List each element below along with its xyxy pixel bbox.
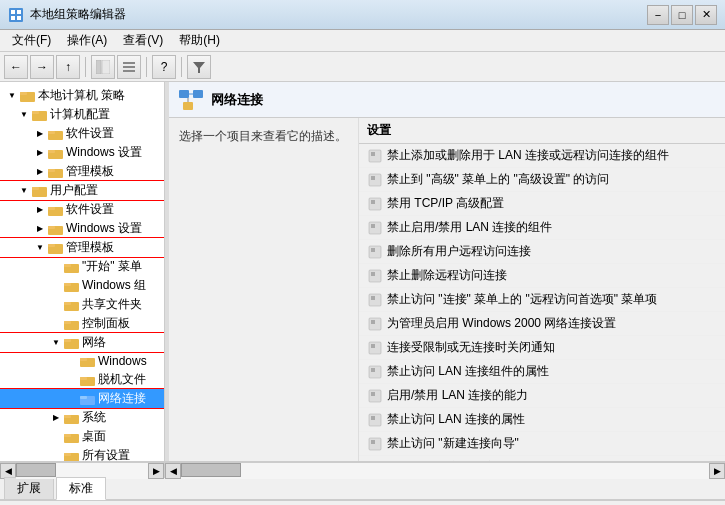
maximize-button[interactable]: □ [671,5,693,25]
tree-item-software-settings[interactable]: ▶ 软件设置 [0,124,164,143]
minimize-button[interactable]: − [647,5,669,25]
settings-item-text: 禁止启用/禁用 LAN 连接的组件 [387,219,552,236]
settings-item-0[interactable]: 禁止添加或删除用于 LAN 连接或远程访问连接的组件 [359,144,725,168]
toolbar: ← → ↑ ? [0,52,725,82]
settings-item-5[interactable]: 禁止删除远程访问连接 [359,264,725,288]
expand-icon[interactable]: ▶ [32,126,48,142]
tree-item-user-software[interactable]: ▶ 软件设置 [0,200,164,219]
show-hide-button[interactable] [91,55,115,79]
tree-label: 用户配置 [50,182,98,199]
content-hscroll[interactable]: ◀ ▶ [165,463,725,478]
expand-icon[interactable]: ▼ [16,183,32,199]
content-hscroll-track[interactable] [181,463,709,479]
tree-label: 计算机配置 [50,106,110,123]
settings-item-icon [367,148,383,164]
tree-item-shared-folder[interactable]: 共享文件夹 [0,295,164,314]
folder-icon [64,336,80,350]
svg-rect-22 [32,187,39,190]
settings-item-13[interactable]: 更改所有用户远程访问连接的属性 [359,456,725,461]
svg-rect-2 [17,10,21,14]
filter-button[interactable] [187,55,211,79]
content-hscroll-right[interactable]: ▶ [709,463,725,479]
menu-help[interactable]: 帮助(H) [171,30,228,51]
settings-item-8[interactable]: 连接受限制或无连接时关闭通知 [359,336,725,360]
svg-rect-24 [48,207,55,210]
expand-icon[interactable]: ▶ [32,221,48,237]
expand-icon[interactable]: ▼ [16,107,32,123]
svg-rect-65 [371,248,375,252]
export-button[interactable] [117,55,141,79]
hscroll-thumb[interactable] [16,463,56,477]
tree-item-desktop[interactable]: 桌面 [0,427,164,446]
tab-standard[interactable]: 标准 [56,477,106,500]
settings-item-10[interactable]: 启用/禁用 LAN 连接的能力 [359,384,725,408]
close-button[interactable]: ✕ [695,5,717,25]
settings-item-text: 禁止访问 "连接" 菜单上的 "远程访问首选项" 菜单项 [387,291,657,308]
settings-item-9[interactable]: 禁止访问 LAN 连接组件的属性 [359,360,725,384]
expand-icon[interactable]: ▶ [32,202,48,218]
settings-item-11[interactable]: 禁止访问 LAN 连接的属性 [359,408,725,432]
menu-file[interactable]: 文件(F) [4,30,59,51]
tree-item-control-panel[interactable]: 控制面板 [0,314,164,333]
description-panel: 选择一个项目来查看它的描述。 [169,118,359,461]
settings-item-4[interactable]: 删除所有用户远程访问连接 [359,240,725,264]
tree-item-network[interactable]: ▼ 网络 [0,333,164,352]
tree-item-windows-net[interactable]: Windows [0,352,164,370]
menu-action[interactable]: 操作(A) [59,30,115,51]
settings-item-2[interactable]: 禁用 TCP/IP 高级配置 [359,192,725,216]
settings-item-1[interactable]: 禁止到 "高级" 菜单上的 "高级设置" 的访问 [359,168,725,192]
main-area: ▼ 本地计算机 策略 ▼ 计算机配置 ▶ 软件设置 ▶ Windows 设置 ▶… [0,82,725,461]
tree-hscroll[interactable]: ◀ ▶ [0,463,165,478]
expand-icon [48,316,64,332]
tree-item-windows-comp[interactable]: Windows 组 [0,276,164,295]
tree-panel[interactable]: ▼ 本地计算机 策略 ▼ 计算机配置 ▶ 软件设置 ▶ Windows 设置 ▶… [0,82,165,461]
tree-item-user-windows[interactable]: ▶ Windows 设置 [0,219,164,238]
settings-item-12[interactable]: 禁止访问 "新建连接向导" [359,432,725,456]
expand-icon[interactable]: ▼ [48,335,64,351]
svg-rect-73 [371,344,375,348]
expand-icon[interactable]: ▶ [32,164,48,180]
settings-item-icon [367,220,383,236]
help-button[interactable]: ? [152,55,176,79]
tab-expand[interactable]: 扩展 [4,477,54,499]
tree-label: 系统 [82,409,106,426]
tree-item-start-menu[interactable]: "开始" 菜单 [0,257,164,276]
svg-rect-42 [80,377,87,380]
expand-icon[interactable]: ▼ [32,240,48,256]
hscroll-right-btn[interactable]: ▶ [148,463,164,479]
svg-rect-34 [64,302,71,305]
tree-item-system[interactable]: ▶ 系统 [0,408,164,427]
tree-item-net-connections[interactable]: 网络连接 [0,389,164,408]
tree-item-offline-files[interactable]: 脱机文件 [0,370,164,389]
expand-icon[interactable]: ▶ [32,145,48,161]
tree-item-user-config[interactable]: ▼ 用户配置 [0,181,164,200]
tree-label: 管理模板 [66,239,114,256]
forward-button[interactable]: → [30,55,54,79]
expand-icon[interactable]: ▼ [4,88,20,104]
content-hscroll-left[interactable]: ◀ [165,463,181,479]
expand-icon[interactable]: ▶ [48,410,64,426]
settings-item-7[interactable]: 为管理员启用 Windows 2000 网络连接设置 [359,312,725,336]
tree-item-user-admin[interactable]: ▼ 管理模板 [0,238,164,257]
settings-item-6[interactable]: 禁止访问 "连接" 菜单上的 "远程访问首选项" 菜单项 [359,288,725,312]
content-hscroll-thumb[interactable] [181,463,241,477]
tree-item-all-settings[interactable]: 所有设置 [0,446,164,461]
tree-item-windows-settings[interactable]: ▶ Windows 设置 [0,143,164,162]
up-button[interactable]: ↑ [56,55,80,79]
horizontal-scrollbar[interactable]: ◀ ▶ ◀ ▶ [0,462,725,478]
content-body: 选择一个项目来查看它的描述。 设置 禁止添加或删除用于 LAN 连接或远程访问连… [169,118,725,461]
tree-label: Windows 组 [82,277,146,294]
network-connections-icon [179,90,203,110]
settings-panel[interactable]: 设置 禁止添加或删除用于 LAN 连接或远程访问连接的组件 禁止到 "高级" 菜… [359,118,725,461]
tree-label: 共享文件夹 [82,296,142,313]
settings-item-3[interactable]: 禁止启用/禁用 LAN 连接的组件 [359,216,725,240]
tabs-bar: 扩展 标准 [0,478,725,500]
tree-item-computer-config[interactable]: ▼ 计算机配置 [0,105,164,124]
tree-item-admin-templates[interactable]: ▶ 管理模板 [0,162,164,181]
back-button[interactable]: ← [4,55,28,79]
folder-icon [20,89,36,103]
menu-view[interactable]: 查看(V) [115,30,171,51]
folder-icon [48,127,64,141]
settings-item-icon [367,460,383,462]
tree-item-local-policy[interactable]: ▼ 本地计算机 策略 [0,86,164,105]
